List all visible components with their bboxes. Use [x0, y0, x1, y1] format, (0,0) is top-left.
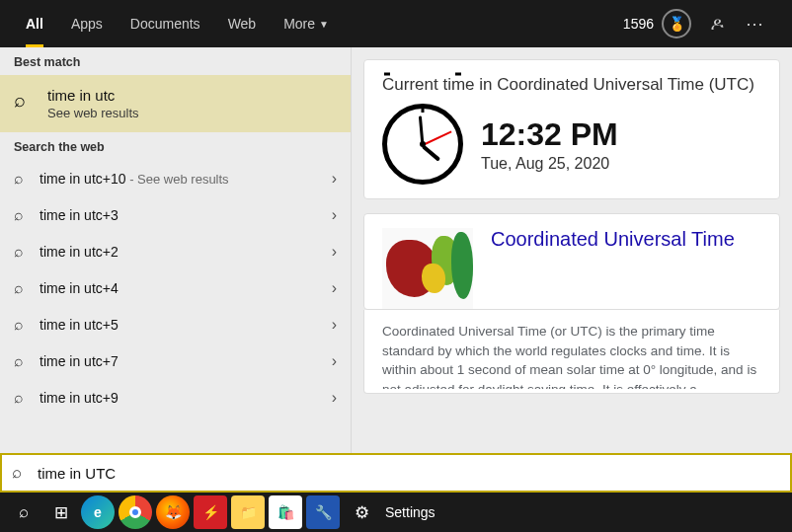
suggestion-text: time in utc+4 [40, 280, 332, 296]
firefox-icon[interactable]: 🦊 [156, 495, 190, 529]
best-match-label: Best match [0, 47, 351, 75]
digital-time: 12:32 PM [481, 116, 618, 153]
rewards-points: 1596 [623, 16, 654, 32]
edge-icon[interactable]: e [81, 495, 115, 529]
utc-info-card: Coordinated Universal Time [363, 213, 780, 310]
chevron-right-icon[interactable]: › [332, 352, 337, 370]
settings-label[interactable]: Settings [385, 504, 436, 520]
more-options-icon[interactable]: ⋯ [743, 13, 766, 35]
best-match-title: time in utc [47, 87, 139, 104]
chevron-right-icon[interactable]: › [332, 243, 337, 261]
chevron-down-icon: ▼ [319, 19, 329, 30]
taskbar-search-icon[interactable]: ⌕ [6, 494, 41, 530]
chrome-icon[interactable] [119, 495, 152, 529]
app-icon-red[interactable]: ⚡ [194, 495, 227, 529]
web-suggestion[interactable]: ⌕time in utc+9› [0, 379, 351, 416]
tab-more[interactable]: More▼ [270, 0, 343, 47]
web-suggestion[interactable]: ⌕time in utc+10 - See web results› [0, 160, 351, 196]
suggestion-text: time in utc+3 [40, 207, 332, 223]
chevron-right-icon[interactable]: › [332, 279, 337, 297]
web-suggestion[interactable]: ⌕time in utc+4› [0, 269, 351, 306]
search-icon: ⌕ [14, 279, 40, 297]
file-explorer-icon[interactable]: 📁 [231, 495, 265, 529]
suggestion-text: time in utc+7 [40, 353, 332, 369]
current-time-card: Current time in Coordinated Universal Ti… [363, 59, 780, 199]
web-suggestion[interactable]: ⌕time in utc+5› [0, 306, 351, 342]
suggestion-text: time in utc+5 [40, 317, 332, 333]
store-icon[interactable]: 🛍️ [269, 495, 302, 529]
current-time-title: Current time in Coordinated Universal Ti… [382, 74, 761, 96]
timezone-map-icon [382, 228, 473, 309]
search-icon: ⌕ [14, 316, 40, 334]
search-input[interactable] [38, 465, 780, 482]
analog-clock-icon [382, 104, 463, 185]
search-icon: ⌕ [14, 89, 40, 112]
date-text: Tue, Aug 25, 2020 [481, 155, 618, 173]
chevron-right-icon[interactable]: › [332, 170, 337, 188]
search-icon: ⌕ [14, 170, 40, 188]
chevron-right-icon[interactable]: › [332, 389, 337, 407]
utc-card-title[interactable]: Coordinated Universal Time [491, 228, 735, 309]
taskbar: ⌕ ⊞ e 🦊 ⚡ 📁 🛍️ 🔧 ⚙ Settings [0, 493, 792, 532]
person-icon[interactable]: ዶ [705, 14, 729, 35]
settings-gear-icon[interactable]: ⚙ [344, 494, 379, 530]
utc-description: Coordinated Universal Time (or UTC) is t… [364, 318, 779, 389]
search-bar[interactable]: ⌕ [0, 453, 792, 493]
chevron-right-icon[interactable]: › [332, 316, 337, 334]
search-web-label: Search the web [0, 132, 351, 160]
web-suggestion[interactable]: ⌕time in utc+3› [0, 196, 351, 233]
chevron-right-icon[interactable]: › [332, 206, 337, 224]
suggestion-text: time in utc+9 [40, 390, 332, 406]
best-match-subtitle: See web results [47, 106, 139, 120]
search-icon: ⌕ [14, 243, 40, 261]
suggestion-text: time in utc+2 [40, 244, 332, 260]
tab-all[interactable]: All [12, 0, 57, 47]
app-icon-blue[interactable]: 🔧 [306, 495, 340, 529]
search-icon: ⌕ [12, 463, 38, 483]
preview-panel: Current time in Coordinated Universal Ti… [352, 47, 792, 453]
search-icon: ⌕ [14, 352, 40, 370]
search-icon: ⌕ [14, 389, 40, 407]
tab-documents[interactable]: Documents [117, 0, 214, 47]
rewards-badge-icon[interactable]: 🏅 [662, 9, 691, 38]
web-suggestion[interactable]: ⌕time in utc+2› [0, 233, 351, 269]
tab-web[interactable]: Web [214, 0, 271, 47]
search-tabs: All Apps Documents Web More▼ 1596 🏅 ዶ ⋯ [0, 0, 792, 47]
best-match-item[interactable]: ⌕ time in utc See web results [0, 75, 351, 132]
tab-apps[interactable]: Apps [57, 0, 117, 47]
task-view-icon[interactable]: ⊞ [43, 494, 79, 530]
search-icon: ⌕ [14, 206, 40, 224]
suggestion-text: time in utc+10 - See web results [40, 171, 332, 187]
web-suggestion[interactable]: ⌕time in utc+7› [0, 342, 351, 379]
results-panel: Best match ⌕ time in utc See web results… [0, 47, 352, 453]
